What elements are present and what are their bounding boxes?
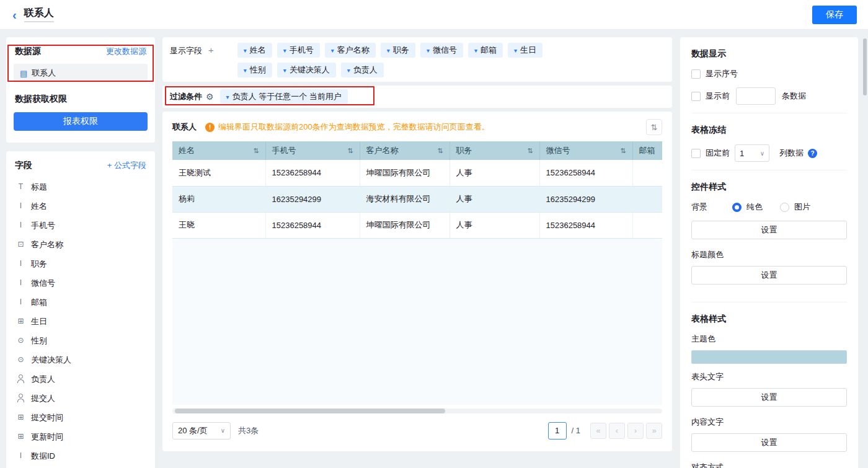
first-page-icon[interactable]: « [590,423,606,439]
solid-color-radio[interactable] [732,203,742,212]
field-item-提交人[interactable]: 提交人 [6,389,155,408]
column-header-微信号[interactable]: 微信号⇅ [539,141,632,160]
freeze-checkbox[interactable] [691,149,701,158]
field-item-负责人[interactable]: 负责人 [6,369,155,389]
preview-notice-text: 编辑界面只取数据源前200条作为查询数据预览，完整数据请访问页面查看。 [218,121,490,133]
back-icon[interactable]: ‹ [12,9,17,21]
horizontal-scrollbar-thumb[interactable] [175,408,445,413]
chip-label: 微信号 [433,45,457,56]
field-label: 姓名 [31,201,145,212]
table-cell: 王晓测试 [172,160,265,186]
chevron-down-icon[interactable]: ▾ [474,47,477,54]
display-field-chip-邮箱[interactable]: ▾邮箱 [468,43,503,58]
field-item-微信号[interactable]: I微信号 [6,273,155,293]
field-item-标题[interactable]: T标题 [6,177,155,196]
chevron-down-icon[interactable]: ▾ [244,47,247,54]
freeze-count-select[interactable]: 1 ∨ [735,144,769,162]
gear-icon[interactable]: ⚙ [206,92,214,102]
show-first-suffix: 条数据 [782,91,806,102]
field-item-数据ID[interactable]: I数据ID [6,446,155,466]
display-field-chip-负责人[interactable]: ▾负责人 [341,63,384,77]
current-page-input[interactable]: 1 [548,422,567,439]
align-label: 对齐方式 [691,462,847,468]
show-index-checkbox[interactable] [691,69,701,79]
display-field-chip-姓名[interactable]: ▾姓名 [237,43,272,58]
vertical-scrollbar-thumb[interactable] [863,38,867,95]
display-field-chip-客户名称[interactable]: ▾客户名称 [325,43,376,58]
column-label: 职务 [456,145,472,156]
display-fields-label: 显示字段 [170,45,202,76]
theme-color-swatch[interactable] [691,350,847,364]
field-item-提交时间[interactable]: ⊞提交时间 [6,408,155,427]
column-header-邮箱[interactable]: 邮箱⇅ [632,141,662,160]
column-sort-icon[interactable]: ⇅ [620,147,626,155]
chevron-down-icon[interactable]: ▾ [244,67,247,74]
image-radio[interactable] [780,203,789,212]
add-formula-field-link[interactable]: + 公式字段 [107,160,146,171]
display-field-chip-关键决策人[interactable]: ▾关键决策人 [277,63,336,77]
field-item-客户名称[interactable]: ⊡客户名称 [6,235,155,254]
horizontal-scrollbar[interactable] [172,408,662,413]
header-text-setting-button[interactable]: 设置 [691,388,847,407]
show-first-checkbox[interactable] [691,92,701,101]
chevron-down-icon[interactable]: ▾ [514,47,517,54]
column-sort-icon[interactable]: ⇅ [253,147,259,155]
chevron-down-icon[interactable]: ▾ [387,47,390,54]
prev-page-icon[interactable]: ‹ [609,423,625,439]
freeze-suffix: 列数据 [779,148,804,159]
vertical-scrollbar[interactable] [863,37,867,465]
help-icon[interactable]: ? [808,149,817,158]
person-icon [16,394,25,403]
table-row[interactable]: 王晓15236258944坤曜国际有限公司人事15236258944 [172,212,662,238]
column-header-inner: 姓名⇅ [179,145,259,156]
chevron-down-icon[interactable]: ▾ [331,47,334,54]
background-setting-button[interactable]: 设置 [691,221,847,239]
table-body: 王晓测试15236258944坤曜国际有限公司人事15236258944杨莉16… [172,160,662,238]
sort-button[interactable]: ⇅ [646,119,662,135]
column-header-姓名[interactable]: 姓名⇅ [172,141,265,160]
field-item-手机号[interactable]: I手机号 [6,216,155,235]
column-header-客户名称[interactable]: 客户名称⇅ [360,141,450,160]
column-sort-icon[interactable]: ⇅ [527,147,533,155]
report-permission-button[interactable]: 报表权限 [14,112,148,131]
field-item-职务[interactable]: I职务 [6,254,155,273]
display-field-chip-生日[interactable]: ▾生日 [508,43,542,58]
column-header-手机号[interactable]: 手机号⇅ [265,141,360,160]
chevron-down-icon[interactable]: ▾ [347,67,350,74]
datasource-item[interactable]: ▤ 联系人 [14,64,148,82]
table-row[interactable]: 杨莉16235294299海安材料有限公司人事16235294299 [172,186,662,212]
display-field-chip-微信号[interactable]: ▾微信号 [420,43,463,58]
field-item-邮箱[interactable]: I邮箱 [6,293,155,312]
page-size-select[interactable]: 20 条/页 ∨ [172,422,231,439]
title-color-setting-button[interactable]: 设置 [691,266,847,285]
save-button[interactable]: 保存 [812,6,857,24]
chevron-down-icon[interactable]: ▾ [226,94,229,100]
table-cell: 坤曜国际有限公司 [360,212,450,238]
chevron-down-icon[interactable]: ▾ [283,47,286,54]
chevron-down-icon[interactable]: ▾ [427,47,430,54]
filter-label: 过滤条件 [170,91,202,102]
chevron-down-icon[interactable]: ▾ [283,67,286,74]
filter-condition-chip[interactable]: ▾负责人 等于任意一个 当前用户 [220,89,348,104]
content-text-setting-button[interactable]: 设置 [691,433,847,452]
field-item-更新时间[interactable]: ⊞更新时间 [6,427,155,446]
fields-title: 字段 [15,160,32,171]
change-datasource-link[interactable]: 更改数据源 [106,46,146,57]
radio-icon: ⊙ [16,336,25,345]
next-page-icon[interactable]: › [627,423,644,439]
display-field-chip-性别[interactable]: ▾性别 [237,63,272,77]
display-field-chip-手机号[interactable]: ▾手机号 [277,43,320,58]
field-item-性别[interactable]: ⊙性别 [6,331,155,350]
last-page-icon[interactable]: » [646,423,662,439]
table-row[interactable]: 王晓测试15236258944坤曜国际有限公司人事15236258944 [172,160,662,186]
field-item-生日[interactable]: ⊞生日 [6,312,155,331]
column-header-职务[interactable]: 职务⇅ [450,141,539,160]
field-item-姓名[interactable]: I姓名 [6,196,155,216]
field-label: 性别 [31,335,145,347]
column-sort-icon[interactable]: ⇅ [347,147,353,155]
field-item-关键决策人[interactable]: ⊙关键决策人 [6,350,155,369]
add-display-field-icon[interactable]: + [208,45,214,76]
display-field-chip-职务[interactable]: ▾职务 [381,43,415,58]
column-sort-icon[interactable]: ⇅ [437,147,443,155]
show-first-count-input[interactable] [736,87,776,105]
